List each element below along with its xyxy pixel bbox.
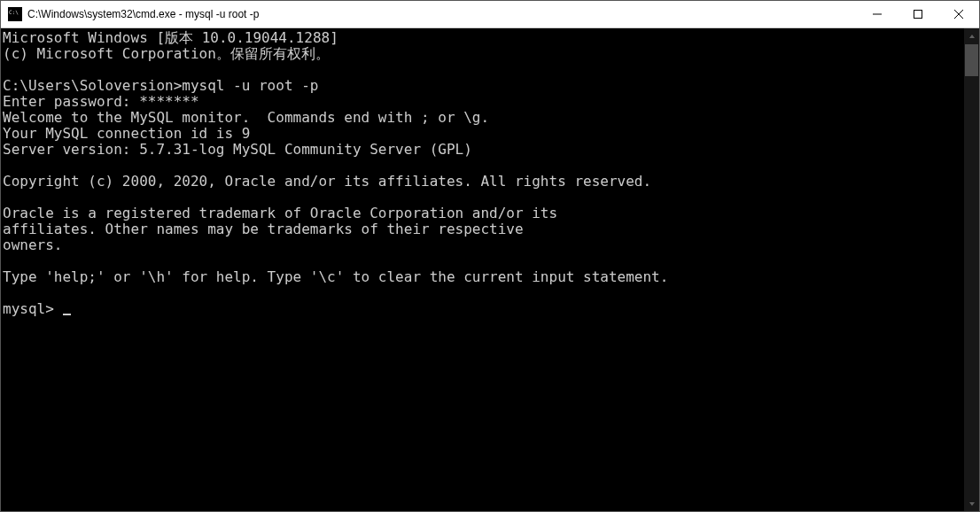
window-controls (857, 1, 979, 27)
input-cursor (63, 314, 71, 315)
terminal-output[interactable]: Microsoft Windows [版本 10.0.19044.1288] (… (1, 28, 964, 511)
scroll-up-arrow-icon[interactable] (964, 28, 979, 43)
vertical-scrollbar[interactable] (964, 28, 979, 511)
svg-marker-4 (969, 35, 975, 38)
svg-rect-1 (914, 11, 922, 19)
close-button[interactable] (938, 1, 979, 27)
maximize-button[interactable] (898, 1, 938, 27)
scroll-thumb[interactable] (965, 44, 978, 76)
scroll-down-arrow-icon[interactable] (964, 496, 979, 511)
svg-marker-5 (969, 502, 975, 506)
terminal-area: Microsoft Windows [版本 10.0.19044.1288] (… (1, 28, 979, 511)
minimize-button[interactable] (857, 1, 898, 27)
window-titlebar[interactable]: C:\Windows\system32\cmd.exe - mysql -u r… (1, 1, 979, 28)
cmd-icon (8, 7, 22, 21)
window-title: C:\Windows\system32\cmd.exe - mysql -u r… (27, 8, 857, 20)
